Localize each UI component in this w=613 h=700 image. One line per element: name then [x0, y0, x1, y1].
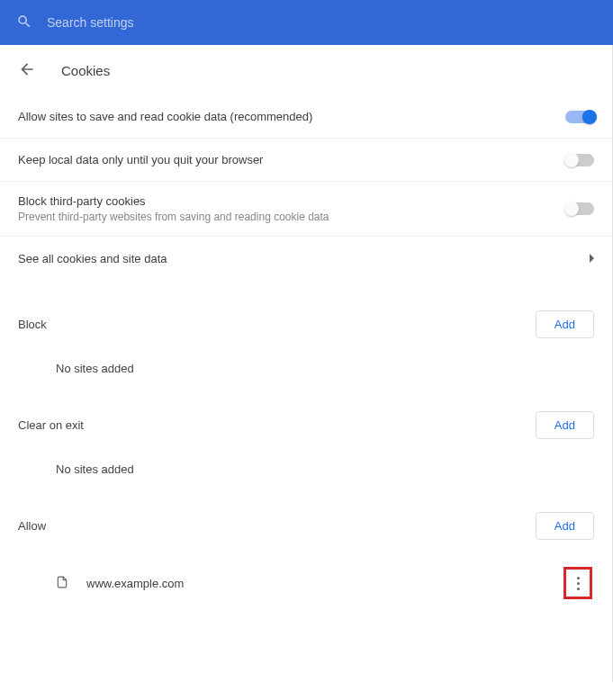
- row-see-all-cookies[interactable]: See all cookies and site data: [0, 237, 612, 280]
- site-row: www.example.com: [18, 556, 594, 610]
- row-allow-cookies[interactable]: Allow sites to save and read cookie data…: [0, 95, 612, 139]
- section-allow: Allow Add www.example.com: [0, 512, 612, 610]
- section-title: Clear on exit: [18, 418, 84, 432]
- add-block-button[interactable]: Add: [536, 310, 594, 338]
- section-title: Allow: [18, 519, 46, 533]
- label: See all cookies and site data: [18, 252, 167, 265]
- page-header: Cookies: [0, 45, 613, 95]
- add-allow-button[interactable]: Add: [536, 512, 594, 540]
- label: Allow sites to save and read cookie data…: [18, 110, 312, 123]
- highlight-box: [563, 567, 592, 599]
- toggle-allow-cookies[interactable]: [565, 111, 594, 123]
- section-title: Block: [18, 318, 47, 331]
- site-domain: www.example.com: [86, 577, 563, 590]
- section-block: Block Add No sites added: [0, 310, 612, 381]
- page-title: Cookies: [61, 63, 110, 78]
- search-icon: [16, 13, 32, 32]
- row-block-third-party[interactable]: Block third-party cookies Prevent third-…: [0, 182, 612, 237]
- search-input[interactable]: [47, 15, 317, 30]
- more-menu-icon[interactable]: [577, 577, 580, 590]
- empty-clear-message: No sites added: [18, 439, 594, 481]
- back-arrow-icon[interactable]: [18, 60, 36, 81]
- toggle-keep-local[interactable]: [565, 154, 594, 166]
- section-clear-on-exit: Clear on exit Add No sites added: [0, 411, 612, 481]
- chevron-right-icon: [590, 254, 594, 263]
- empty-block-message: No sites added: [18, 338, 594, 381]
- label: Block third-party cookies: [18, 194, 329, 208]
- search-bar: [0, 0, 613, 45]
- add-clear-button[interactable]: Add: [536, 411, 594, 439]
- row-keep-local[interactable]: Keep local data only until you quit your…: [0, 139, 612, 182]
- toggle-block-third[interactable]: [565, 202, 594, 215]
- label: Keep local data only until you quit your…: [18, 153, 263, 166]
- page-icon: [56, 575, 68, 592]
- sublabel: Prevent third-party websites from saving…: [18, 211, 329, 223]
- settings-content: Allow sites to save and read cookie data…: [0, 95, 613, 682]
